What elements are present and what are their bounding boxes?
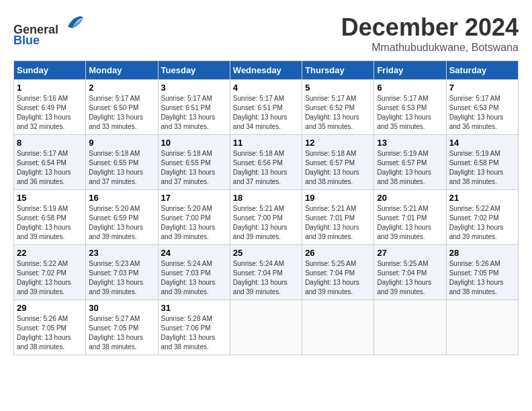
- day-info: Sunrise: 5:24 AM Sunset: 7:04 PM Dayligh…: [233, 259, 299, 297]
- day-number: 18: [233, 193, 299, 203]
- day-number: 19: [305, 193, 371, 203]
- calendar-day-cell: 31 Sunrise: 5:28 AM Sunset: 7:06 PM Dayl…: [158, 300, 230, 355]
- day-info: Sunrise: 5:17 AM Sunset: 6:51 PM Dayligh…: [233, 94, 299, 132]
- calendar-week-row: 8 Sunrise: 5:17 AM Sunset: 6:54 PM Dayli…: [14, 135, 519, 190]
- day-number: 15: [17, 193, 83, 203]
- day-number: 16: [89, 193, 154, 203]
- calendar-day-cell: [446, 300, 518, 355]
- calendar-day-cell: 8 Sunrise: 5:17 AM Sunset: 6:54 PM Dayli…: [14, 135, 86, 190]
- calendar-day-cell: 4 Sunrise: 5:17 AM Sunset: 6:51 PM Dayli…: [230, 80, 302, 135]
- calendar-day-cell: [374, 300, 446, 355]
- calendar-day-cell: 1 Sunrise: 5:16 AM Sunset: 6:49 PM Dayli…: [14, 80, 86, 135]
- calendar-week-row: 15 Sunrise: 5:19 AM Sunset: 6:58 PM Dayl…: [14, 190, 519, 245]
- day-info: Sunrise: 5:19 AM Sunset: 6:58 PM Dayligh…: [449, 149, 515, 187]
- day-info: Sunrise: 5:26 AM Sunset: 7:05 PM Dayligh…: [17, 314, 83, 352]
- day-number: 8: [17, 138, 83, 148]
- title-area: December 2024 Mmathubudukwane, Botswana: [341, 13, 519, 54]
- day-info: Sunrise: 5:19 AM Sunset: 6:58 PM Dayligh…: [17, 204, 83, 242]
- day-number: 10: [161, 138, 227, 148]
- calendar-day-cell: 14 Sunrise: 5:19 AM Sunset: 6:58 PM Dayl…: [446, 135, 518, 190]
- calendar-day-cell: 21 Sunrise: 5:22 AM Sunset: 7:02 PM Dayl…: [446, 190, 518, 245]
- weekday-header: Tuesday: [158, 61, 230, 80]
- weekday-header: Thursday: [302, 61, 374, 80]
- location-subtitle: Mmathubudukwane, Botswana: [341, 42, 519, 54]
- calendar-day-cell: 28 Sunrise: 5:26 AM Sunset: 7:05 PM Dayl…: [446, 245, 518, 300]
- day-info: Sunrise: 5:21 AM Sunset: 7:00 PM Dayligh…: [233, 204, 299, 242]
- day-info: Sunrise: 5:20 AM Sunset: 6:59 PM Dayligh…: [89, 204, 154, 242]
- day-info: Sunrise: 5:26 AM Sunset: 7:05 PM Dayligh…: [449, 259, 515, 297]
- day-info: Sunrise: 5:25 AM Sunset: 7:04 PM Dayligh…: [377, 259, 443, 297]
- day-info: Sunrise: 5:17 AM Sunset: 6:50 PM Dayligh…: [89, 94, 154, 132]
- calendar-day-cell: 9 Sunrise: 5:18 AM Sunset: 6:55 PM Dayli…: [86, 135, 158, 190]
- logo-blue-text: Blue: [13, 34, 40, 47]
- calendar-day-cell: 10 Sunrise: 5:18 AM Sunset: 6:55 PM Dayl…: [158, 135, 230, 190]
- weekday-header: Friday: [374, 61, 446, 80]
- calendar-table: SundayMondayTuesdayWednesdayThursdayFrid…: [13, 60, 519, 355]
- calendar-day-cell: [230, 300, 302, 355]
- day-info: Sunrise: 5:18 AM Sunset: 6:56 PM Dayligh…: [233, 149, 299, 187]
- calendar-day-cell: 30 Sunrise: 5:27 AM Sunset: 7:05 PM Dayl…: [86, 300, 158, 355]
- day-number: 9: [89, 138, 154, 148]
- calendar-day-cell: 15 Sunrise: 5:19 AM Sunset: 6:58 PM Dayl…: [14, 190, 86, 245]
- calendar-day-cell: 13 Sunrise: 5:19 AM Sunset: 6:57 PM Dayl…: [374, 135, 446, 190]
- calendar-day-cell: 19 Sunrise: 5:21 AM Sunset: 7:01 PM Dayl…: [302, 190, 374, 245]
- day-info: Sunrise: 5:17 AM Sunset: 6:54 PM Dayligh…: [17, 149, 83, 187]
- calendar-day-cell: 26 Sunrise: 5:25 AM Sunset: 7:04 PM Dayl…: [302, 245, 374, 300]
- calendar-day-cell: 25 Sunrise: 5:24 AM Sunset: 7:04 PM Dayl…: [230, 245, 302, 300]
- day-info: Sunrise: 5:17 AM Sunset: 6:52 PM Dayligh…: [305, 94, 371, 132]
- calendar-week-row: 22 Sunrise: 5:22 AM Sunset: 7:02 PM Dayl…: [14, 245, 519, 300]
- day-info: Sunrise: 5:23 AM Sunset: 7:03 PM Dayligh…: [89, 259, 154, 297]
- day-number: 12: [305, 138, 371, 148]
- calendar-day-cell: 22 Sunrise: 5:22 AM Sunset: 7:02 PM Dayl…: [14, 245, 86, 300]
- calendar-week-row: 1 Sunrise: 5:16 AM Sunset: 6:49 PM Dayli…: [14, 80, 519, 135]
- day-info: Sunrise: 5:21 AM Sunset: 7:01 PM Dayligh…: [305, 204, 371, 242]
- weekday-header: Saturday: [446, 61, 518, 80]
- calendar-day-cell: 16 Sunrise: 5:20 AM Sunset: 6:59 PM Dayl…: [86, 190, 158, 245]
- logo: General Blue: [13, 13, 85, 48]
- day-number: 3: [161, 83, 227, 93]
- day-number: 30: [89, 303, 154, 313]
- day-info: Sunrise: 5:27 AM Sunset: 7:05 PM Dayligh…: [89, 314, 154, 352]
- calendar-day-cell: 29 Sunrise: 5:26 AM Sunset: 7:05 PM Dayl…: [14, 300, 86, 355]
- day-info: Sunrise: 5:22 AM Sunset: 7:02 PM Dayligh…: [449, 204, 515, 242]
- day-number: 25: [233, 248, 299, 258]
- day-number: 22: [17, 248, 83, 258]
- day-number: 20: [377, 193, 443, 203]
- calendar-day-cell: 24 Sunrise: 5:24 AM Sunset: 7:03 PM Dayl…: [158, 245, 230, 300]
- day-number: 11: [233, 138, 299, 148]
- month-title: December 2024: [341, 13, 519, 42]
- day-info: Sunrise: 5:20 AM Sunset: 7:00 PM Dayligh…: [161, 204, 227, 242]
- day-info: Sunrise: 5:18 AM Sunset: 6:55 PM Dayligh…: [89, 149, 154, 187]
- day-number: 24: [161, 248, 227, 258]
- weekday-header: Sunday: [14, 61, 86, 80]
- day-info: Sunrise: 5:17 AM Sunset: 6:53 PM Dayligh…: [377, 94, 443, 132]
- day-number: 14: [449, 138, 515, 148]
- day-number: 26: [305, 248, 371, 258]
- day-number: 1: [17, 83, 83, 93]
- day-info: Sunrise: 5:28 AM Sunset: 7:06 PM Dayligh…: [161, 314, 227, 352]
- calendar-day-cell: [302, 300, 374, 355]
- calendar-day-cell: 12 Sunrise: 5:18 AM Sunset: 6:57 PM Dayl…: [302, 135, 374, 190]
- day-number: 29: [17, 303, 83, 313]
- calendar-day-cell: 17 Sunrise: 5:20 AM Sunset: 7:00 PM Dayl…: [158, 190, 230, 245]
- day-info: Sunrise: 5:19 AM Sunset: 6:57 PM Dayligh…: [377, 149, 443, 187]
- calendar-day-cell: 23 Sunrise: 5:23 AM Sunset: 7:03 PM Dayl…: [86, 245, 158, 300]
- day-number: 13: [377, 138, 443, 148]
- day-number: 7: [449, 83, 515, 93]
- calendar-day-cell: 2 Sunrise: 5:17 AM Sunset: 6:50 PM Dayli…: [86, 80, 158, 135]
- day-info: Sunrise: 5:24 AM Sunset: 7:03 PM Dayligh…: [161, 259, 227, 297]
- calendar-day-cell: 11 Sunrise: 5:18 AM Sunset: 6:56 PM Dayl…: [230, 135, 302, 190]
- day-number: 4: [233, 83, 299, 93]
- logo-bird-icon: [64, 13, 85, 34]
- day-info: Sunrise: 5:21 AM Sunset: 7:01 PM Dayligh…: [377, 204, 443, 242]
- day-info: Sunrise: 5:17 AM Sunset: 6:53 PM Dayligh…: [449, 94, 515, 132]
- calendar-day-cell: 3 Sunrise: 5:17 AM Sunset: 6:51 PM Dayli…: [158, 80, 230, 135]
- calendar-day-cell: 7 Sunrise: 5:17 AM Sunset: 6:53 PM Dayli…: [446, 80, 518, 135]
- day-info: Sunrise: 5:16 AM Sunset: 6:49 PM Dayligh…: [17, 94, 83, 132]
- calendar-day-cell: 6 Sunrise: 5:17 AM Sunset: 6:53 PM Dayli…: [374, 80, 446, 135]
- day-number: 5: [305, 83, 371, 93]
- calendar-day-cell: 18 Sunrise: 5:21 AM Sunset: 7:00 PM Dayl…: [230, 190, 302, 245]
- day-number: 2: [89, 83, 154, 93]
- calendar-day-cell: 20 Sunrise: 5:21 AM Sunset: 7:01 PM Dayl…: [374, 190, 446, 245]
- day-info: Sunrise: 5:25 AM Sunset: 7:04 PM Dayligh…: [305, 259, 371, 297]
